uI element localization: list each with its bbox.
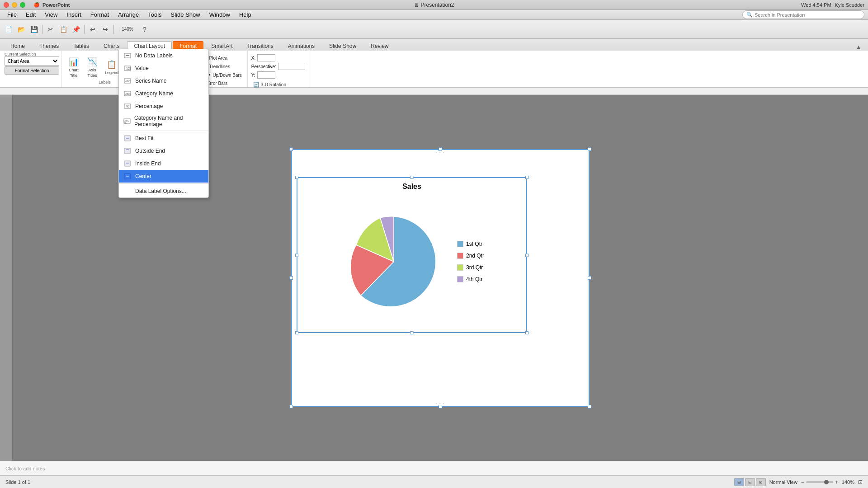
chart-area-select[interactable]: Chart Area [5,56,59,66]
zoom-in-btn[interactable]: + [835,479,838,485]
handle-bottom[interactable] [439,405,442,408]
menu-help[interactable]: Help [236,10,255,19]
tab-slideshow[interactable]: Slide Show [322,41,363,51]
close-button[interactable] [4,2,9,8]
tab-review[interactable]: Review [364,41,395,51]
percentage-icon: % [123,102,132,110]
zoom-slider[interactable] [806,481,833,483]
handle-tr[interactable] [588,147,591,151]
chart-handle-tl[interactable] [295,176,298,179]
paste-btn[interactable]: 📌 [70,23,82,35]
tab-smartart[interactable]: SmartArt [204,41,239,51]
zoom-btn[interactable]: 140% [116,23,139,35]
dropdown-category-percentage[interactable]: ABC % Category Name and Percentage [119,113,208,130]
no-data-labels-icon [123,52,132,60]
chart-handle-bl[interactable] [295,331,298,334]
dropdown-no-data-labels[interactable]: No Data Labels [119,49,208,62]
notes-placeholder: Click to add notes [5,466,45,471]
chart-handle-bottom[interactable] [410,331,414,334]
zoom-help[interactable]: ? [140,23,150,35]
apple-menu[interactable]: 🍎 [33,2,40,8]
chart-handle-top[interactable] [410,176,414,179]
chart-handle-right[interactable] [525,253,528,257]
handle-right[interactable] [588,276,591,280]
handle-bl[interactable] [289,405,293,408]
minimize-button[interactable] [12,2,17,8]
format-selection-btn[interactable]: Format Selection [5,66,59,75]
open-btn[interactable]: 📂 [15,23,27,35]
chart-handle-left[interactable] [295,253,298,257]
menu-tools[interactable]: Tools [144,10,165,19]
new-btn[interactable]: 📄 [3,23,14,35]
menu-format[interactable]: Format [87,10,113,19]
handle-br[interactable] [588,405,591,408]
dropdown-center[interactable]: Center [119,170,208,183]
redo-btn[interactable]: ↪ [99,23,111,35]
dropdown-series-name[interactable]: ABC Series Name [119,75,208,87]
data-labels-dropdown: No Data Labels 123 Value ABC Series Name… [118,49,209,198]
fit-slide-btn[interactable]: ⊡ [858,479,863,485]
undo-btn[interactable]: ↩ [87,23,99,35]
search-input[interactable] [755,12,836,18]
handle-top[interactable] [439,147,442,151]
menu-file[interactable]: File [4,10,20,19]
reading-view-btn[interactable]: ⊠ [756,478,766,486]
slide-top-dots: • • • [436,151,445,154]
left-panel [0,95,13,461]
copy-btn[interactable]: 📋 [57,23,69,35]
tab-home[interactable]: Home [4,41,32,51]
tab-themes[interactable]: Themes [33,41,66,51]
menu-edit[interactable]: Edit [22,10,39,19]
menu-slideshow[interactable]: Slide Show [167,10,204,19]
notes-bar[interactable]: Click to add notes [0,461,868,475]
chart-handle-br[interactable] [525,331,528,334]
dropdown-best-fit[interactable]: Best Fit [119,132,208,145]
chart-container[interactable]: Sales [297,177,527,333]
zoom-out-btn[interactable]: − [801,479,804,485]
dropdown-data-label-options[interactable]: Data Label Options... [119,185,208,197]
tab-transitions[interactable]: Transitions [240,41,280,51]
save-btn[interactable]: 💾 [28,23,40,35]
perspective-input[interactable] [278,63,305,70]
search-bar[interactable]: 🔍 [742,10,864,19]
tab-animations[interactable]: Animations [281,41,321,51]
normal-view-btn[interactable]: ⊞ [734,478,744,486]
chart-title-btn[interactable]: 📊 Chart Title [65,56,82,79]
inside-end-icon [123,160,132,168]
axis-titles-btn[interactable]: 📉 Axis Titles [84,56,101,79]
legend-label-4th-qtr: 4th Qtr [466,276,483,282]
chart-handle-tr[interactable] [525,176,528,179]
search-icon: 🔍 [746,12,753,18]
tab-tables[interactable]: Tables [66,41,96,51]
legend-label-3rd-qtr: 3rd Qtr [466,264,483,271]
dropdown-inside-end[interactable]: Inside End [119,157,208,170]
chart-title-icon: 📊 [69,57,79,67]
handle-left[interactable] [289,276,293,280]
menu-insert[interactable]: Insert [63,10,85,19]
value-icon: 123 [123,64,132,72]
legend-3rd-qtr: 3rd Qtr [457,264,484,271]
svg-text:%: % [124,122,127,124]
svg-text:123: 123 [126,67,131,70]
center-icon [123,172,132,180]
svg-text:%: % [126,104,129,108]
ribbon-collapse[interactable]: ▲ [853,43,864,51]
menu-view[interactable]: View [41,10,61,19]
x-rotation-input[interactable] [257,54,275,61]
dropdown-category-name[interactable]: ABC Category Name [119,87,208,100]
slide-sorter-btn[interactable]: ⊟ [745,478,755,486]
dropdown-value[interactable]: 123 Value [119,62,208,75]
legend-color-3rd-qtr [457,264,463,271]
cut-btn[interactable]: ✂ [45,23,57,35]
menu-window[interactable]: Window [206,10,234,19]
maximize-button[interactable] [20,2,25,8]
handle-tl[interactable] [289,147,293,151]
pie-chart[interactable] [340,207,448,316]
y-rotation-input[interactable] [257,71,275,79]
dropdown-outside-end[interactable]: Outside End [119,145,208,157]
menu-arrange[interactable]: Arrange [114,10,142,19]
x-rotation-row: X: [251,54,275,61]
toolbar: 📄 📂 💾 ✂ 📋 📌 ↩ ↪ 140% ? [0,20,868,39]
dropdown-percentage[interactable]: % Percentage [119,100,208,113]
slide[interactable]: • • • • • • Sales [291,149,590,407]
